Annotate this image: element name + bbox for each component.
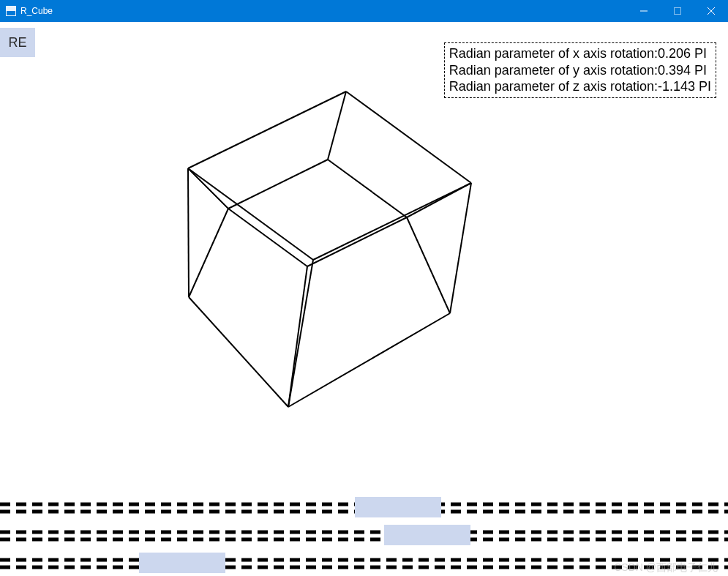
minimize-button[interactable] xyxy=(627,0,661,22)
maximize-button[interactable] xyxy=(661,0,694,22)
svg-line-4 xyxy=(188,91,346,168)
close-button[interactable] xyxy=(694,0,728,22)
x-rotation-slider[interactable] xyxy=(0,493,728,520)
svg-line-5 xyxy=(346,91,471,183)
svg-line-17 xyxy=(407,217,450,313)
titlebar: R_Cube xyxy=(0,0,728,22)
z-slider-handle[interactable] xyxy=(139,553,225,573)
svg-line-22 xyxy=(450,183,471,313)
svg-line-10 xyxy=(228,209,307,266)
svg-line-14 xyxy=(407,183,471,217)
svg-line-19 xyxy=(189,297,288,407)
svg-line-6 xyxy=(188,168,313,260)
svg-line-8 xyxy=(228,160,328,209)
rotation-sliders xyxy=(0,493,728,576)
svg-line-21 xyxy=(188,168,189,297)
window-title: R_Cube xyxy=(20,6,53,16)
maximize-icon xyxy=(674,7,681,15)
close-icon xyxy=(708,7,715,15)
client-area: RE Radian parameter of x axis rotation:0… xyxy=(0,22,728,576)
reset-button[interactable]: RE xyxy=(0,28,35,57)
svg-line-12 xyxy=(328,91,346,160)
svg-line-20 xyxy=(288,313,450,407)
svg-line-16 xyxy=(189,209,228,297)
minimize-icon xyxy=(640,7,648,15)
y-rotation-slider[interactable] xyxy=(0,520,728,548)
svg-line-15 xyxy=(288,260,313,407)
svg-line-11 xyxy=(307,217,407,266)
cube-wireframe xyxy=(146,66,498,417)
reset-button-label: RE xyxy=(8,35,26,51)
slider-track-line xyxy=(0,551,728,573)
cube-viewport xyxy=(146,66,498,417)
svg-line-18 xyxy=(288,266,307,407)
x-slider-handle[interactable] xyxy=(355,497,441,517)
x-rotation-label: Radian parameter of x axis rotation:0.20… xyxy=(449,45,711,62)
app-icon xyxy=(6,6,16,16)
svg-rect-1 xyxy=(675,8,681,15)
y-slider-handle[interactable] xyxy=(384,525,470,545)
svg-line-7 xyxy=(313,183,471,260)
z-rotation-slider[interactable] xyxy=(0,548,728,576)
svg-line-13 xyxy=(188,168,228,209)
slider-track-line xyxy=(0,523,728,545)
svg-line-9 xyxy=(328,160,407,217)
